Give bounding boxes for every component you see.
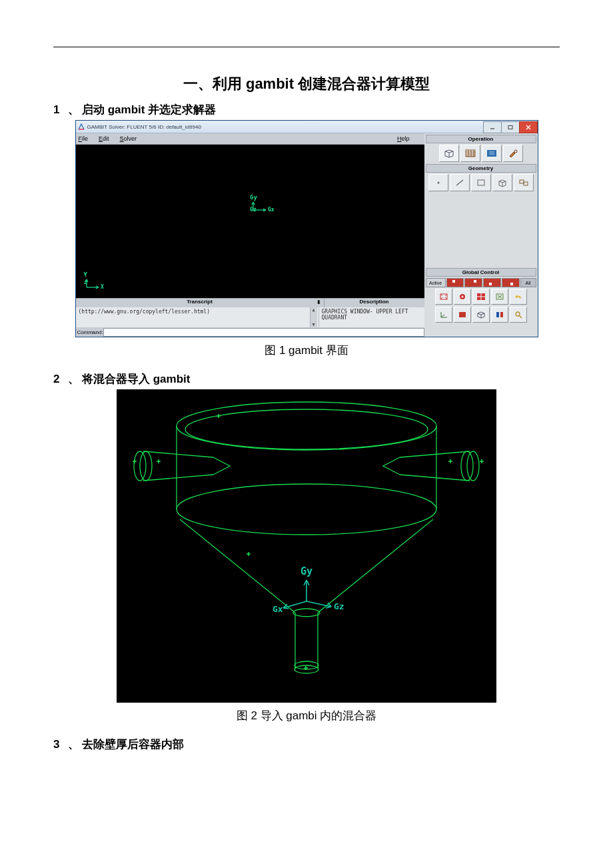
- render-icon[interactable]: [472, 307, 490, 323]
- shade-icon[interactable]: [454, 307, 471, 323]
- global-tool-row-2: [426, 307, 536, 323]
- transcript-title: Transcript: [187, 299, 213, 305]
- svg-line-38: [519, 315, 522, 318]
- svg-rect-35: [496, 312, 499, 317]
- vertex-tool-icon[interactable]: [428, 174, 448, 191]
- global-control-title: Global Control: [426, 268, 536, 277]
- fig2-gy-label: Gy: [301, 565, 312, 577]
- transcript-body: (http://www.gnu.org/copyleft/lesser.html…: [76, 307, 424, 327]
- axes-icon[interactable]: [435, 307, 452, 323]
- svg-text:Z: Z: [84, 280, 87, 285]
- app-icon: [77, 123, 85, 131]
- face-tool-icon[interactable]: [471, 174, 491, 191]
- orient-icon[interactable]: [454, 289, 471, 305]
- quadrant-3-button[interactable]: [483, 278, 501, 287]
- figure-1-caption: 图 1 gambit 界面: [53, 343, 560, 358]
- fit-view-icon[interactable]: [435, 289, 452, 305]
- window-title: GAMBIT Solver: FLUENT 5/6 ID: default_id…: [87, 124, 201, 130]
- svg-rect-11: [487, 150, 496, 157]
- step-2-text: 将混合器导入 gambit: [82, 373, 190, 385]
- svg-point-12: [514, 150, 517, 153]
- header-rule: [53, 47, 560, 47]
- svg-rect-36: [500, 312, 503, 317]
- fig2-gx-label: Gx: [273, 604, 283, 614]
- minimize-button[interactable]: [483, 121, 502, 133]
- svg-rect-39: [117, 389, 496, 703]
- svg-rect-1: [508, 126, 512, 129]
- geometry-tool-row: [426, 174, 536, 191]
- svg-rect-25: [510, 283, 513, 285]
- operation-panel-title: Operation: [426, 135, 536, 143]
- svg-text:Gx: Gx: [268, 207, 275, 213]
- step-3-p: 、: [68, 737, 79, 752]
- step-1-text: 启动 gambit 并选定求解器: [82, 103, 216, 116]
- menu-help[interactable]: Help: [397, 135, 410, 142]
- visibility-icon[interactable]: [491, 307, 508, 323]
- step-3: 3、去除壁厚后容器内部: [53, 737, 560, 752]
- menu-file[interactable]: File: [79, 135, 89, 142]
- step-1-p: 、: [68, 102, 79, 117]
- svg-rect-23: [489, 283, 492, 285]
- step-2: 2、将混合器导入 gambit: [53, 371, 560, 387]
- command-row: Command:: [76, 327, 424, 337]
- svg-point-28: [461, 296, 463, 298]
- svg-rect-15: [478, 180, 484, 185]
- command-input[interactable]: [103, 328, 424, 337]
- active-label: Active: [426, 278, 446, 287]
- redisplay-icon[interactable]: [491, 289, 508, 305]
- step-3-text: 去除壁厚后容器内部: [82, 738, 184, 751]
- svg-text:Gz: Gz: [250, 207, 257, 213]
- quadrant-all-button[interactable]: All: [520, 278, 536, 287]
- mesh-tool-icon[interactable]: [460, 145, 480, 162]
- quadrant-1-button[interactable]: [446, 278, 464, 287]
- corner-axes: Y ZX: [84, 271, 108, 291]
- main-title: 一、利用 gambit 创建混合器计算模型: [53, 74, 560, 94]
- tool-form-area: [426, 193, 536, 267]
- global-active-row: Active All: [426, 278, 536, 287]
- transcript-header: Transcript⬍ Description: [76, 298, 424, 307]
- transcript-line: (http://www.gnu.org/copyleft/lesser.html…: [79, 309, 210, 315]
- window-titlebar: GAMBIT Solver: FLUENT 5/6 ID: default_id…: [76, 121, 538, 133]
- undo-icon[interactable]: [510, 289, 527, 305]
- gy-label: Gy: [250, 194, 277, 201]
- svg-line-14: [456, 180, 463, 185]
- global-tool-row-1: [426, 289, 536, 305]
- maximize-button[interactable]: [501, 121, 520, 133]
- svg-rect-21: [474, 280, 476, 283]
- svg-rect-17: [524, 182, 528, 185]
- figure-2-mixer-wireframe: Gy Gx Gz: [117, 389, 496, 703]
- description-title: Description: [359, 299, 388, 305]
- geometry-panel-title: Geometry: [426, 164, 536, 173]
- gambit-window: GAMBIT Solver: FLUENT 5/6 ID: default_id…: [75, 120, 538, 337]
- fig2-gz-label: Gz: [334, 601, 344, 611]
- close-button[interactable]: [519, 121, 538, 133]
- svg-point-13: [437, 182, 439, 184]
- geometry-tool-icon[interactable]: [439, 145, 459, 162]
- tools-tool-icon[interactable]: [503, 145, 523, 162]
- group-tool-icon[interactable]: [514, 174, 534, 191]
- graphics-canvas[interactable]: Gy GzGx Y ZX: [76, 145, 424, 298]
- edge-tool-icon[interactable]: [450, 174, 470, 191]
- svg-text:X: X: [101, 284, 104, 290]
- svg-rect-16: [520, 180, 524, 183]
- figure-2-caption: 图 2 导入 gambi 内的混合器: [53, 708, 560, 723]
- svg-rect-19: [452, 280, 455, 283]
- volume-tool-icon[interactable]: [492, 174, 512, 191]
- zones-tool-icon[interactable]: [482, 145, 502, 162]
- menu-solver[interactable]: Solver: [120, 135, 137, 142]
- layout-icon[interactable]: [472, 289, 490, 305]
- examine-icon[interactable]: [510, 307, 527, 323]
- step-3-num: 3: [53, 738, 65, 751]
- step-2-p: 、: [68, 371, 79, 387]
- quadrant-4-button[interactable]: [502, 278, 520, 287]
- transcript-arrow-icon[interactable]: ⬍: [316, 299, 321, 305]
- step-2-num: 2: [53, 373, 65, 386]
- operation-tool-row: [426, 145, 536, 162]
- axis-y-label: Y: [84, 271, 108, 278]
- command-label: Command:: [77, 329, 103, 335]
- transcript-scrollbar[interactable]: ▲▼: [310, 307, 317, 327]
- svg-line-33: [441, 315, 444, 317]
- quadrant-2-button[interactable]: [464, 278, 482, 287]
- menu-edit[interactable]: Edit: [99, 135, 109, 142]
- window-buttons: [484, 121, 538, 133]
